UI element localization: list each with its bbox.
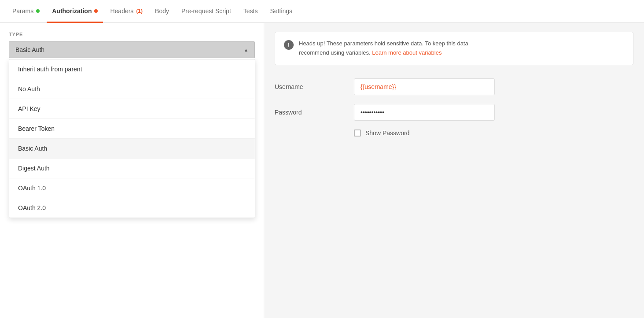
left-panel: TYPE Basic Auth ▲ Inherit auth from pare…	[0, 23, 264, 318]
dropdown-item-oauth1[interactable]: OAuth 1.0	[9, 178, 255, 198]
main-content: TYPE Basic Auth ▲ Inherit auth from pare…	[0, 23, 644, 318]
dropdown-item-digest-auth[interactable]: Digest Auth	[9, 159, 255, 178]
dropdown-item-no-auth[interactable]: No Auth	[9, 79, 255, 99]
tab-bar: Params Authorization Headers (1) Body Pr…	[0, 0, 644, 23]
username-row: Username	[275, 78, 633, 95]
authorization-dot	[94, 9, 98, 13]
authorization-label: Authorization	[52, 7, 92, 15]
headers-label: Headers	[110, 7, 133, 15]
dropdown-item-api-key[interactable]: API Key	[9, 99, 255, 119]
headers-badge: (1)	[136, 8, 143, 14]
tab-authorization[interactable]: Authorization	[47, 0, 103, 23]
tab-settings[interactable]: Settings	[265, 0, 298, 23]
right-panel: ! Heads up! These parameters hold sensit…	[264, 23, 644, 318]
type-label: TYPE	[9, 32, 255, 37]
dropdown-selected-label: Basic Auth	[15, 46, 44, 53]
show-password-row: Show Password	[354, 129, 633, 137]
tests-label: Tests	[243, 7, 258, 15]
dropdown-item-inherit[interactable]: Inherit auth from parent	[9, 59, 255, 79]
params-dot	[36, 9, 40, 13]
auth-type-dropdown-menu: Inherit auth from parent No Auth API Key…	[9, 59, 255, 218]
settings-label: Settings	[270, 7, 292, 15]
tab-params[interactable]: Params	[7, 0, 45, 23]
tab-pre-request-script[interactable]: Pre-request Script	[176, 0, 236, 23]
tab-tests[interactable]: Tests	[238, 0, 263, 23]
auth-type-dropdown[interactable]: Basic Auth ▲	[9, 41, 255, 58]
learn-more-link[interactable]: Learn more about variables	[372, 49, 442, 56]
username-label: Username	[275, 83, 345, 90]
dropdown-item-bearer-token[interactable]: Bearer Token	[9, 119, 255, 139]
pre-request-label: Pre-request Script	[181, 7, 231, 15]
info-text-line2: recommend using variables.	[299, 49, 371, 56]
info-text-line1: Heads up! These parameters hold sensitiv…	[299, 40, 468, 47]
password-label: Password	[275, 109, 345, 116]
dropdown-arrow-icon: ▲	[244, 48, 248, 52]
username-input[interactable]	[354, 78, 495, 95]
info-box: ! Heads up! These parameters hold sensit…	[275, 32, 633, 65]
dropdown-item-oauth2[interactable]: OAuth 2.0	[9, 198, 255, 218]
tab-body[interactable]: Body	[150, 0, 174, 23]
params-label: Params	[12, 7, 33, 15]
password-row: Password	[275, 104, 633, 121]
password-input[interactable]	[354, 104, 495, 121]
dropdown-item-basic-auth[interactable]: Basic Auth	[9, 139, 255, 159]
show-password-label[interactable]: Show Password	[365, 129, 409, 137]
body-label: Body	[155, 7, 169, 15]
show-password-checkbox[interactable]	[354, 129, 361, 137]
type-section: TYPE Basic Auth ▲	[0, 23, 264, 58]
tab-headers[interactable]: Headers (1)	[105, 0, 148, 23]
info-icon: !	[284, 40, 294, 50]
info-text: Heads up! These parameters hold sensitiv…	[299, 39, 468, 58]
